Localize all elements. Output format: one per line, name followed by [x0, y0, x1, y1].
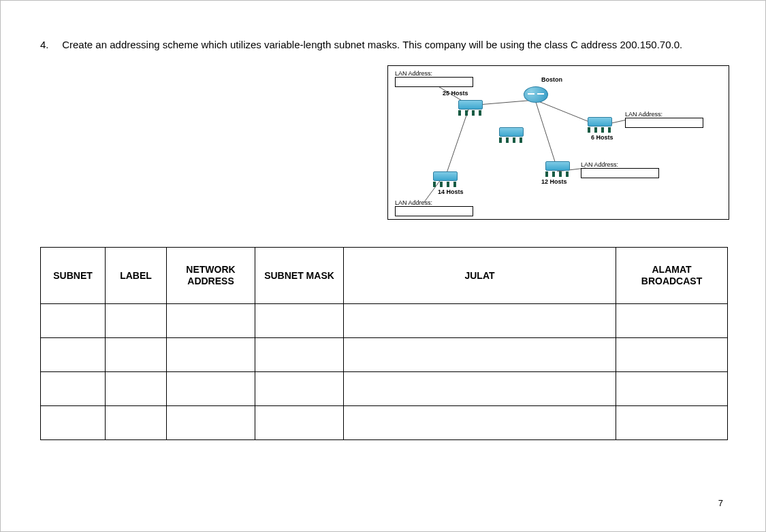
page: 4. Create an addressing scheme which uti…: [0, 0, 766, 532]
question-block: 4. Create an addressing scheme which uti…: [40, 38, 726, 52]
table-row: [41, 372, 728, 406]
diagram-container: LAN Address: 25 Hosts Boston 6 Hosts LAN…: [40, 65, 729, 220]
hosts-label-25: 25 Hosts: [443, 90, 468, 97]
lan-address-box-3: [581, 168, 659, 178]
th-alamat-broadcast: ALAMAT BROADCAST: [616, 248, 728, 304]
table-row: [41, 406, 728, 440]
switch-icon-3: [545, 161, 570, 177]
answer-table: SUBNET LABEL NETWORK ADDRESS SUBNET MASK…: [40, 247, 728, 440]
switch-icon-2: [588, 117, 612, 133]
question-number: 4.: [40, 38, 59, 52]
lan-address-box-4: [395, 206, 473, 216]
th-network-address: NETWORK ADDRESS: [167, 248, 255, 304]
router-label-boston: Boston: [541, 76, 562, 83]
router-icon: [524, 86, 548, 103]
hosts-label-6: 6 Hosts: [591, 134, 613, 141]
svg-line-2: [445, 105, 470, 179]
hosts-label-14: 14 Hosts: [438, 188, 464, 195]
switch-icon-4: [433, 171, 458, 187]
lan-address-label-1: LAN Address:: [395, 70, 432, 77]
lan-address-label-4: LAN Address:: [395, 199, 432, 206]
th-julat: JULAT: [344, 248, 616, 304]
lan-address-label-2: LAN Address:: [625, 111, 663, 118]
question-text: Create an addressing scheme which utiliz…: [62, 38, 716, 52]
th-subnet-mask: SUBNET MASK: [255, 248, 344, 304]
switch-icon-center: [499, 127, 524, 143]
switch-icon-1: [458, 100, 483, 116]
table-header-row: SUBNET LABEL NETWORK ADDRESS SUBNET MASK…: [41, 248, 728, 304]
diagram-lines: [388, 66, 729, 219]
th-label: LABEL: [106, 248, 167, 304]
lan-address-label-3: LAN Address:: [581, 161, 618, 168]
page-number: 7: [718, 498, 723, 508]
network-diagram: LAN Address: 25 Hosts Boston 6 Hosts LAN…: [387, 65, 729, 220]
table-body: [41, 304, 728, 440]
th-subnet: SUBNET: [41, 248, 106, 304]
lan-address-box-2: [625, 118, 703, 128]
table-row: [41, 304, 728, 338]
table-row: [41, 338, 728, 372]
hosts-label-12: 12 Hosts: [541, 178, 567, 185]
svg-line-4: [535, 100, 557, 168]
lan-address-box-1: [395, 77, 473, 87]
